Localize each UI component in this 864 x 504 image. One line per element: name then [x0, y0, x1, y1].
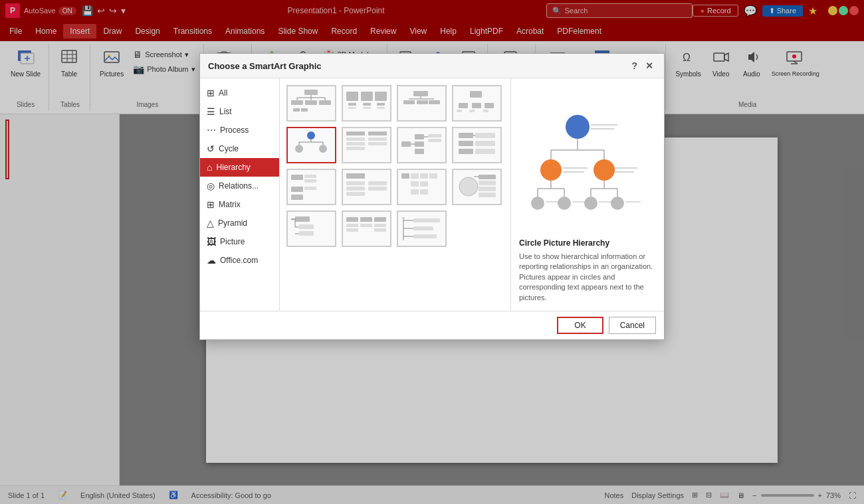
svg-rect-61	[417, 100, 428, 104]
svg-rect-124	[479, 193, 496, 197]
smartart-thumb-name-title[interactable]	[342, 85, 391, 122]
svg-rect-114	[411, 173, 419, 179]
svg-rect-92	[428, 134, 441, 137]
svg-rect-121	[479, 175, 496, 179]
preview-graphic	[519, 86, 656, 233]
svg-rect-86	[401, 141, 411, 147]
dialog-title-text: Choose a SmartArt Graphic	[208, 61, 322, 71]
cycle-icon: ↺	[207, 143, 215, 154]
smartart-thumb-indent[interactable]	[286, 169, 336, 205]
category-all[interactable]: ⊞ All	[200, 84, 279, 102]
dialog-preview-panel: Circle Picture Hierarchy Use to show hie…	[511, 78, 664, 311]
svg-rect-109	[346, 187, 365, 191]
list-icon: ☰	[207, 106, 215, 117]
svg-point-77	[295, 145, 303, 153]
svg-rect-131	[299, 224, 314, 229]
svg-rect-141	[374, 228, 386, 232]
svg-rect-65	[470, 91, 482, 98]
svg-point-155	[594, 159, 615, 181]
svg-rect-79	[346, 131, 365, 135]
svg-rect-119	[411, 189, 419, 195]
svg-rect-66	[459, 103, 468, 108]
preview-description: Use to show hierarchical information or …	[519, 252, 656, 303]
svg-rect-83	[368, 131, 387, 135]
svg-rect-93	[428, 139, 441, 142]
svg-rect-117	[411, 181, 419, 187]
svg-point-172	[584, 197, 597, 210]
category-relationship[interactable]: ◎ Relations...	[200, 177, 279, 195]
dialog-body: ⊞ All ☰ List ⋯ Process ↺ Cycle ⌂ Hiera	[200, 78, 664, 311]
svg-rect-67	[472, 103, 481, 108]
svg-rect-110	[346, 192, 365, 196]
smartart-row-2	[286, 127, 504, 163]
svg-point-154	[540, 159, 562, 181]
smartart-thumb-lines[interactable]	[286, 210, 336, 247]
smartart-thumb-vertical[interactable]	[397, 169, 447, 205]
svg-rect-69	[457, 110, 462, 112]
smartart-thumb-table-hier[interactable]	[342, 127, 391, 163]
svg-rect-97	[459, 141, 473, 146]
svg-rect-82	[346, 147, 365, 150]
svg-rect-50	[346, 92, 358, 101]
category-matrix[interactable]: ⊞ Matrix	[200, 195, 279, 214]
svg-rect-112	[368, 187, 387, 191]
dialog-overlay: Choose a SmartArt Graphic ? ✕ ⊞ All ☰ Li…	[0, 0, 864, 504]
svg-rect-116	[429, 173, 437, 179]
svg-rect-84	[368, 137, 387, 141]
svg-rect-108	[346, 181, 365, 185]
hierarchy-icon: ⌂	[207, 162, 212, 173]
smartart-thumb-hier2[interactable]	[342, 169, 391, 205]
category-cycle[interactable]: ↺ Cycle	[200, 139, 279, 158]
svg-rect-133	[299, 231, 314, 236]
category-list[interactable]: ☰ List	[200, 102, 279, 121]
svg-rect-144	[413, 218, 440, 222]
svg-rect-56	[348, 107, 356, 109]
dialog-footer: OK Cancel	[200, 311, 664, 339]
smartart-row-1	[286, 85, 504, 122]
cancel-button[interactable]: Cancel	[609, 317, 656, 334]
svg-rect-42	[319, 100, 331, 105]
svg-rect-137	[360, 217, 372, 222]
svg-rect-54	[363, 103, 371, 106]
category-picture[interactable]: 🖼 Picture	[200, 232, 279, 251]
svg-rect-68	[485, 103, 494, 108]
smartart-thumb-horizontal-hier[interactable]	[397, 127, 447, 163]
smartart-thumb-half[interactable]	[397, 85, 447, 122]
category-pyramid[interactable]: △ Pyramid	[200, 214, 279, 232]
svg-rect-103	[304, 179, 316, 183]
svg-point-78	[319, 145, 327, 153]
ok-button[interactable]: OK	[557, 317, 603, 334]
svg-point-173	[611, 197, 624, 210]
svg-rect-113	[401, 173, 409, 179]
svg-rect-53	[348, 103, 356, 106]
process-icon: ⋯	[207, 125, 216, 135]
smartart-thumb-side[interactable]	[452, 169, 502, 205]
svg-rect-122	[479, 181, 496, 185]
dialog-help-icon[interactable]: ?	[631, 60, 637, 71]
smartart-thumb-org[interactable]	[286, 85, 336, 122]
smartart-row-4	[286, 210, 504, 247]
svg-rect-48	[293, 108, 300, 112]
svg-rect-136	[346, 228, 358, 232]
smartart-thumb-label-hier[interactable]	[452, 127, 502, 163]
dialog-close-button[interactable]: ✕	[643, 59, 656, 72]
category-process[interactable]: ⋯ Process	[200, 121, 279, 139]
smartart-thumb-circle-hier[interactable]	[286, 127, 336, 163]
svg-rect-57	[363, 107, 371, 109]
category-hierarchy[interactable]: ⌂ Hierarchy	[200, 158, 279, 177]
smartart-row-3	[286, 169, 504, 205]
preview-title: Circle Picture Hierarchy	[519, 238, 656, 248]
category-office[interactable]: ☁ Office.com	[200, 251, 279, 270]
smartart-dialog: Choose a SmartArt Graphic ? ✕ ⊞ All ☰ Li…	[199, 53, 665, 340]
svg-rect-120	[420, 189, 428, 195]
svg-rect-51	[361, 92, 373, 101]
smartart-thumb-hier3[interactable]	[342, 210, 391, 247]
svg-rect-55	[377, 103, 385, 106]
svg-point-149	[566, 115, 590, 139]
smartart-thumb-labeled[interactable]	[452, 85, 502, 122]
smartart-thumb-arrows[interactable]	[397, 210, 447, 247]
matrix-icon: ⊞	[207, 199, 215, 210]
svg-rect-104	[291, 187, 303, 192]
svg-rect-107	[346, 173, 365, 179]
svg-rect-62	[429, 100, 440, 104]
